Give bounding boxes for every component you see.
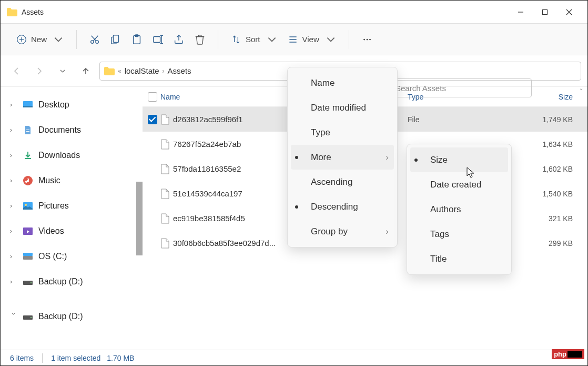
statusbar: 6 items 1 item selected 1.70 MB: [1, 350, 587, 365]
drive-icon: [23, 276, 33, 287]
sort-menu-groupby[interactable]: Group by›: [291, 219, 394, 244]
svg-rect-31: [23, 256, 33, 260]
sort-menu-ascending[interactable]: Ascending: [291, 170, 394, 194]
breadcrumb-segment[interactable]: localState: [125, 66, 159, 75]
more-menu-title[interactable]: Title: [410, 246, 508, 271]
sidebar-item-downloads[interactable]: ›Downloads: [1, 143, 143, 168]
separator: [349, 30, 349, 49]
delete-button[interactable]: [189, 29, 210, 50]
watermark-badge: php: [552, 349, 584, 359]
sidebar-item-videos[interactable]: ›Videos: [1, 219, 143, 244]
sidebar-item-desktop[interactable]: ›Desktop: [1, 92, 143, 117]
sidebar-item-music[interactable]: ›Music: [1, 168, 143, 193]
svg-point-24: [369, 38, 371, 40]
expand-icon: ›: [10, 177, 17, 184]
sidebar-item-label: Downloads: [38, 151, 80, 160]
more-menu-authors[interactable]: Authors: [410, 197, 508, 222]
view-icon: [288, 34, 298, 45]
sort-indicator-icon: ⌄: [579, 85, 583, 91]
view-button[interactable]: View: [282, 31, 341, 48]
more-menu-date-created[interactable]: Date created: [410, 172, 508, 197]
expand-icon: ›: [10, 278, 17, 285]
file-icon: [160, 114, 170, 125]
sidebar-item-backup-drive-2[interactable]: ›Backup (D:): [1, 304, 143, 329]
ellipsis-icon: [361, 34, 373, 45]
more-submenu: Size Date created Authors Tags Title: [407, 144, 512, 275]
rename-button[interactable]: [147, 29, 168, 50]
videos-icon: [23, 226, 33, 236]
drive-icon: [23, 311, 33, 322]
sidebar-item-pictures[interactable]: ›Pictures: [1, 193, 143, 219]
sort-icon: [231, 34, 241, 45]
sidebar-item-label: OS (C:): [38, 252, 67, 261]
sidebar-item-label: Music: [38, 176, 60, 185]
trash-icon: [194, 34, 206, 45]
bullet-icon: [295, 156, 298, 159]
scrollbar[interactable]: [136, 182, 143, 255]
sidebar-item-os-drive[interactable]: ›OS (C:): [1, 244, 143, 269]
chevron-right-icon: ›: [386, 226, 389, 237]
svg-point-34: [31, 282, 32, 283]
expand-icon: ›: [10, 101, 17, 108]
sidebar-item-documents[interactable]: ›Documents: [1, 117, 143, 143]
copy-button[interactable]: [105, 29, 126, 50]
more-button[interactable]: [357, 29, 378, 50]
sidebar-item-backup-drive[interactable]: ›Backup (D:): [1, 269, 143, 294]
forward-button[interactable]: [30, 62, 49, 81]
new-button[interactable]: New: [11, 31, 69, 48]
expand-icon: ›: [10, 202, 17, 210]
chevron-down-icon: [267, 34, 277, 45]
sort-menu-descending[interactable]: Descending: [291, 194, 394, 219]
column-type[interactable]: Type: [408, 93, 465, 101]
status-count: 6 items: [10, 354, 34, 362]
file-icon: [160, 164, 170, 174]
sidebar-item-label: Backup (D:): [38, 277, 83, 286]
sort-menu: Name Date modified Type More› Ascending …: [287, 67, 398, 248]
scissors-icon: [89, 34, 100, 45]
column-size[interactable]: Size⌄: [465, 93, 582, 101]
minimize-button[interactable]: [509, 4, 533, 21]
chevron-down-icon: [326, 34, 336, 45]
select-all-checkbox[interactable]: [148, 92, 157, 102]
sort-menu-type[interactable]: Type: [291, 120, 394, 145]
sort-menu-name[interactable]: Name: [291, 71, 394, 95]
share-icon: [173, 34, 185, 45]
new-label: New: [31, 35, 47, 44]
share-button[interactable]: [168, 29, 189, 50]
back-button[interactable]: [7, 62, 26, 81]
svg-rect-14: [154, 36, 160, 42]
folder-icon: [104, 67, 115, 75]
up-button[interactable]: [76, 62, 95, 81]
paste-icon: [131, 34, 143, 45]
sort-button[interactable]: Sort: [226, 31, 282, 48]
separator: [42, 353, 43, 363]
svg-rect-11: [113, 35, 118, 42]
more-menu-tags[interactable]: Tags: [410, 222, 508, 246]
folder-icon: [7, 8, 17, 16]
status-selected: 1 item selected: [51, 354, 100, 362]
svg-rect-26: [23, 106, 33, 107]
row-checkbox[interactable]: [148, 115, 157, 124]
sidebar: ›Desktop ›Documents ›Downloads ›Music ›P…: [1, 87, 143, 350]
bullet-icon: [295, 205, 298, 209]
separator: [218, 30, 218, 49]
maximize-button[interactable]: [533, 4, 557, 21]
chevron-icon: «: [118, 67, 121, 75]
svg-rect-1: [543, 9, 548, 14]
sidebar-item-label: Pictures: [38, 201, 69, 211]
paste-button[interactable]: [126, 29, 147, 50]
cut-button[interactable]: [84, 29, 105, 50]
plus-circle-icon: [16, 34, 27, 45]
svg-point-23: [366, 38, 368, 40]
sort-menu-more[interactable]: More›: [291, 145, 394, 170]
close-button[interactable]: [557, 4, 581, 21]
more-menu-size[interactable]: Size: [410, 147, 508, 172]
breadcrumb-segment[interactable]: Assets: [168, 66, 191, 75]
view-label: View: [302, 35, 319, 44]
watermark-block: [567, 351, 582, 358]
watermark-text: php: [554, 350, 566, 358]
rename-icon: [152, 34, 164, 45]
recent-button[interactable]: [53, 62, 72, 81]
collapse-icon: ›: [10, 313, 17, 320]
sort-menu-date[interactable]: Date modified: [291, 95, 394, 120]
